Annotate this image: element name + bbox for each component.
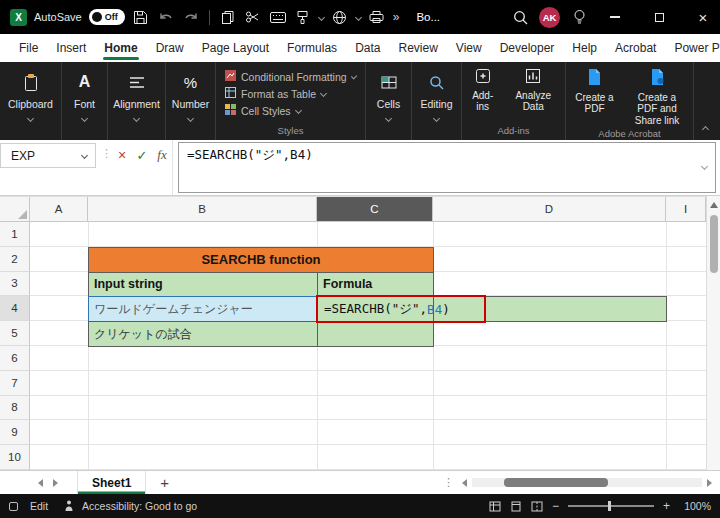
sheet-nav-right-arrow[interactable] [53, 479, 58, 487]
column-header-i[interactable]: I [666, 197, 706, 222]
cancel-entry-button[interactable]: × [112, 145, 132, 165]
row-header-10[interactable]: 10 [0, 445, 30, 470]
save-icon[interactable] [132, 8, 150, 26]
font-group[interactable]: A Font [62, 62, 108, 140]
chevron-down-icon[interactable] [318, 13, 325, 20]
autosave-toggle[interactable]: Off [89, 9, 125, 25]
vertical-scrollbar[interactable] [706, 196, 720, 470]
tab-developer[interactable]: Developer [491, 34, 564, 62]
search-icon[interactable] [511, 8, 529, 26]
tab-view[interactable]: View [447, 34, 491, 62]
globe-icon[interactable] [331, 8, 349, 26]
vertical-scrollbar-thumb[interactable] [710, 215, 718, 273]
sheet-tab-sheet1[interactable]: Sheet1 [77, 471, 146, 494]
cell-b2-title[interactable]: SEARCHB function [88, 247, 434, 273]
alignment-group[interactable]: Alignment [108, 62, 166, 140]
chevron-down-icon[interactable] [355, 13, 362, 20]
column-header-d[interactable]: D [433, 197, 666, 222]
minimize-button[interactable] [598, 0, 632, 34]
cell-b5[interactable]: クリケットの試合 [88, 321, 318, 347]
tab-data[interactable]: Data [346, 34, 389, 62]
name-box[interactable]: EXP [0, 143, 96, 168]
sheet-nav-left-arrow[interactable] [38, 479, 43, 487]
clipboard-group[interactable]: Clipboard [0, 62, 62, 140]
tab-home[interactable]: Home [95, 34, 146, 62]
confirm-entry-button[interactable]: ✓ [132, 145, 152, 165]
page-layout-view-button[interactable] [510, 501, 522, 512]
cell-c4-formula[interactable]: =SEARCHB("ジ",B4) [317, 296, 667, 322]
undo-icon[interactable] [157, 8, 175, 26]
zoom-slider-thumb[interactable] [608, 501, 611, 511]
formula-bar-drag-dots[interactable]: ⋮ [101, 147, 112, 160]
horizontal-scrollbar[interactable] [472, 478, 702, 487]
excel-app-icon[interactable]: X [10, 9, 27, 26]
tab-power-pivot[interactable]: Power Pivot [665, 34, 720, 62]
conditional-formatting-button[interactable]: Conditional Formatting [225, 68, 356, 85]
hscroll-left-arrow[interactable] [462, 479, 467, 487]
scroll-up-arrow[interactable] [710, 202, 718, 208]
column-header-a[interactable]: A [30, 197, 88, 222]
column-header-c[interactable]: C [317, 197, 433, 222]
row-header-9[interactable]: 9 [0, 420, 30, 445]
format-as-table-button[interactable]: Format as Table [225, 85, 356, 102]
row-header-4[interactable]: 4 [0, 296, 30, 321]
maximize-button[interactable] [642, 0, 676, 34]
row-header-5[interactable]: 5 [0, 321, 30, 346]
format-painter-icon[interactable] [294, 8, 312, 26]
cell-b4[interactable]: ワールドゲームチェンジャー [88, 296, 318, 322]
tab-review[interactable]: Review [389, 34, 446, 62]
document-title[interactable]: Bo... [416, 11, 440, 23]
accessibility-status[interactable]: Accessibility: Good to go [82, 500, 197, 512]
analyze-data-button[interactable]: Analyze Data [507, 68, 559, 113]
addins-button[interactable]: Add-ins [468, 68, 497, 113]
tab-insert[interactable]: Insert [47, 34, 95, 62]
hscroll-right-arrow[interactable] [707, 479, 712, 487]
close-button[interactable]: × [686, 0, 720, 34]
printer-icon[interactable] [368, 8, 386, 26]
copy-icon[interactable] [219, 8, 237, 26]
redo-icon[interactable] [182, 8, 200, 26]
row-header-2[interactable]: 2 [0, 247, 30, 272]
formula-input[interactable]: =SEARCHB("ジ",B4) [178, 142, 716, 193]
tab-help[interactable]: Help [563, 34, 606, 62]
row-header-1[interactable]: 1 [0, 222, 30, 247]
cell-b3[interactable]: Input string [88, 272, 318, 298]
select-all-corner[interactable] [0, 197, 30, 222]
keyboard-icon[interactable] [269, 8, 287, 26]
cell-c3[interactable]: Formula [317, 272, 434, 298]
tab-acrobat[interactable]: Acrobat [606, 34, 665, 62]
cell-c5[interactable] [317, 321, 434, 347]
column-header-b[interactable]: B [88, 197, 317, 222]
lightbulb-icon[interactable] [570, 8, 588, 26]
row-header-8[interactable]: 8 [0, 396, 30, 421]
editing-group[interactable]: Editing [412, 62, 462, 140]
zoom-out-button[interactable]: − [552, 499, 559, 513]
collapse-ribbon-chevron[interactable] [702, 126, 709, 133]
sheet-area[interactable]: SEARCHB function Input string Formula ワー… [30, 222, 706, 470]
account-avatar[interactable]: AK [539, 7, 560, 28]
formula-bar-expand-chevron[interactable] [701, 163, 708, 170]
insert-function-button[interactable]: fx [152, 145, 172, 165]
page-break-view-button[interactable] [531, 501, 543, 512]
create-pdf-button[interactable]: Create a PDF [572, 68, 617, 126]
toolbar-overflow-icon[interactable]: » [393, 10, 400, 24]
create-pdf-share-button[interactable]: Create a PDF and Share link [627, 68, 687, 126]
normal-view-button[interactable] [489, 501, 501, 512]
row-header-6[interactable]: 6 [0, 346, 30, 371]
zoom-slider[interactable] [568, 505, 654, 507]
row-header-3[interactable]: 3 [0, 272, 30, 297]
cut-icon[interactable] [244, 8, 262, 26]
tabbar-overflow-dots[interactable]: ⋮ [443, 476, 454, 489]
cells-group[interactable]: Cells [366, 62, 412, 140]
row-header-7[interactable]: 7 [0, 371, 30, 396]
zoom-level[interactable]: 100% [679, 500, 711, 512]
cell-styles-button[interactable]: Cell Styles [225, 102, 356, 119]
tab-draw[interactable]: Draw [147, 34, 193, 62]
add-sheet-button[interactable]: + [160, 475, 169, 490]
horizontal-scrollbar-thumb[interactable] [504, 478, 608, 487]
number-group[interactable]: % Number [166, 62, 216, 140]
tab-formulas[interactable]: Formulas [278, 34, 346, 62]
tab-page-layout[interactable]: Page Layout [193, 34, 278, 62]
macro-record-button[interactable] [9, 502, 18, 511]
zoom-in-button[interactable]: + [663, 499, 670, 513]
